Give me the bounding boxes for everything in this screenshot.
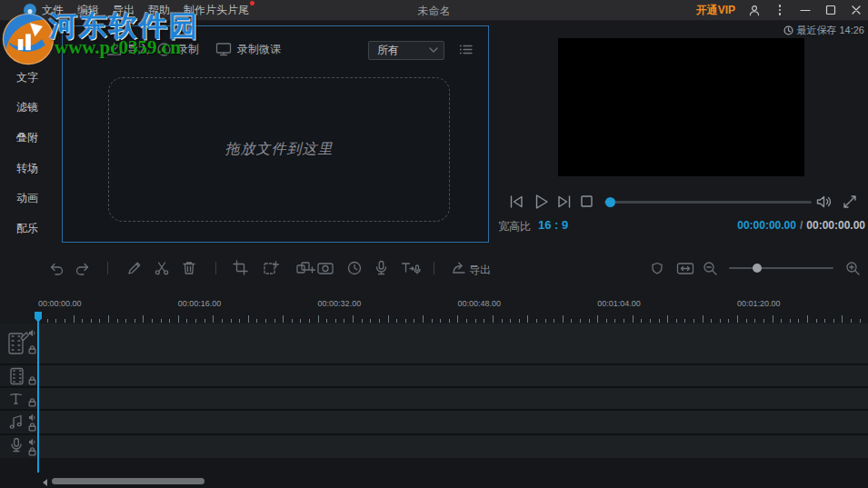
sidebar-item-music[interactable]: 配乐 [0, 221, 55, 236]
ruler-tick [816, 319, 817, 323]
aspect-ratio-value[interactable]: 16 : 9 [538, 218, 568, 232]
ruler-label: 00:00:48.00 [457, 299, 501, 308]
ruler-tick [82, 319, 83, 323]
record-course-button[interactable]: 录制微课 [215, 42, 281, 57]
undo-icon [48, 260, 65, 276]
playhead-line[interactable] [37, 312, 39, 473]
sidebar-item-filter[interactable]: 滤镜 [0, 100, 55, 115]
play-button[interactable] [530, 191, 552, 213]
lock-icon[interactable] [28, 398, 36, 407]
edit-clip-button[interactable] [126, 260, 143, 276]
ruler-tick [684, 319, 685, 323]
last-saved-status: 最近保存 14:26 [783, 24, 864, 37]
prev-frame-button[interactable] [507, 193, 525, 211]
ruler-tick [117, 319, 118, 323]
track-voice[interactable] [0, 435, 868, 458]
file-dropzone[interactable]: 拖放文件到这里 [108, 77, 450, 222]
voiceover-button[interactable] [374, 260, 389, 276]
ruler-tick [720, 319, 721, 323]
ruler-tick [396, 319, 397, 323]
menu-file[interactable]: 文件 [42, 3, 64, 18]
crop-button[interactable] [233, 260, 248, 275]
record-button[interactable]: 录制 [156, 42, 199, 57]
track-video-overlay[interactable] [0, 365, 868, 386]
lock-icon[interactable] [28, 447, 36, 456]
group-clips-button[interactable] [295, 260, 315, 276]
next-frame-button[interactable] [555, 193, 574, 211]
ruler-tick [633, 315, 634, 323]
undo-button[interactable] [48, 260, 65, 276]
seek-slider[interactable] [604, 201, 812, 204]
snapshot-button[interactable] [316, 260, 334, 276]
ruler-tick [379, 319, 380, 323]
ruler-tick [728, 319, 729, 323]
cut-button[interactable] [154, 260, 170, 276]
account-button[interactable] [748, 4, 761, 16]
redo-button[interactable] [75, 260, 91, 276]
vip-button[interactable]: 开通VIP [696, 3, 735, 18]
duration-button[interactable] [346, 260, 363, 276]
lock-icon[interactable] [28, 345, 36, 354]
sidebar-item-transition[interactable]: 转场 [0, 161, 55, 176]
redo-icon [75, 260, 91, 276]
ruler-tick [405, 319, 406, 323]
lock-icon[interactable] [28, 376, 36, 385]
menu-edit[interactable]: 编辑 [77, 3, 99, 18]
menu-make-intro-outro[interactable]: 制作片头片尾 [184, 3, 249, 18]
timeline-ruler[interactable]: 00:00:00.0000:00:16.0000:00:32.0000:00:4… [0, 293, 868, 324]
mute-icon[interactable] [28, 329, 36, 337]
marquee-select-button[interactable] [263, 260, 279, 276]
delete-button[interactable] [181, 260, 197, 276]
sidebar-item-animation[interactable]: 动画 [0, 191, 55, 206]
track-video-main[interactable] [0, 324, 868, 364]
sidebar-item-overlay[interactable]: 叠附 [0, 130, 55, 145]
ruler-tick [423, 315, 424, 323]
ruler-tick [624, 319, 624, 323]
ruler-tick [693, 319, 694, 323]
ruler-tick [833, 319, 834, 323]
export-label[interactable]: 导出 [469, 263, 491, 278]
current-time: 00:00:00.00 [737, 219, 796, 232]
more-menu-button[interactable] [773, 4, 786, 16]
sidebar-item-text[interactable]: 文字 [0, 70, 55, 85]
list-view-button[interactable] [458, 42, 474, 57]
ruler-tick [824, 319, 825, 323]
person-icon [748, 4, 761, 17]
marquee-add-icon [263, 260, 279, 276]
keyframe-guard-button[interactable] [651, 262, 663, 275]
microphone-icon [374, 260, 389, 276]
seek-handle[interactable] [605, 197, 615, 207]
track-text[interactable] [0, 388, 868, 409]
zoom-in-button[interactable] [845, 261, 861, 276]
timeline-zoom-handle[interactable] [753, 264, 762, 273]
timeline-zoom-slider[interactable] [729, 267, 833, 269]
lock-icon[interactable] [28, 423, 36, 432]
fullscreen-button[interactable] [842, 194, 858, 210]
menu-help[interactable]: 帮助 [148, 3, 170, 18]
close-button[interactable] [850, 4, 863, 16]
track-music[interactable] [0, 411, 868, 433]
volume-button[interactable] [815, 193, 833, 211]
text-to-speech-button[interactable] [401, 260, 421, 276]
timeline-scrollbar-thumb[interactable] [52, 478, 205, 484]
maximize-button[interactable] [824, 4, 837, 16]
zoom-out-button[interactable] [703, 261, 718, 276]
export-button[interactable] [451, 260, 467, 276]
ruler-tick [205, 319, 205, 323]
menu-export[interactable]: 导出 [113, 3, 135, 18]
mute-icon[interactable] [28, 438, 36, 446]
media-filter-dropdown[interactable]: 所有 [368, 41, 444, 60]
ruler-tick [135, 319, 135, 323]
titlebar: 文件 编辑 导出 帮助 制作片头片尾 未命名 开通VIP [0, 0, 868, 21]
minimize-button[interactable] [799, 4, 812, 16]
media-panel: 导入 录制 录制微课 所有 拖放文件到这里 [62, 25, 489, 243]
scroll-left-arrow[interactable] [43, 479, 47, 486]
ruler-tick [344, 319, 344, 323]
menu-make-intro-outro-label: 制作片头片尾 [184, 4, 249, 16]
ruler-tick [754, 319, 755, 323]
fit-timeline-button[interactable] [676, 262, 694, 275]
stop-button[interactable] [579, 194, 594, 209]
toolbar-divider [107, 262, 108, 274]
import-button[interactable]: 导入 [106, 42, 149, 57]
mute-icon[interactable] [28, 413, 36, 422]
